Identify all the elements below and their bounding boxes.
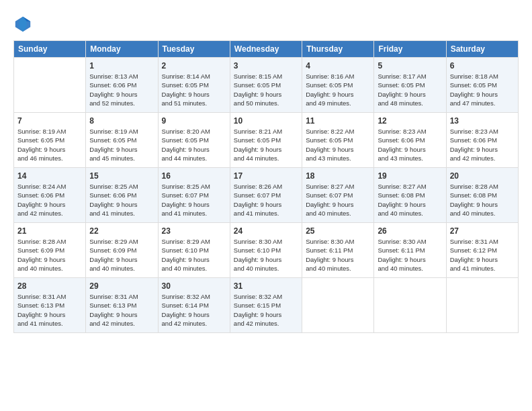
cell-info: Sunrise: 8:28 AM Sunset: 6:09 PM Dayligh… [17, 237, 82, 273]
cell-info: Sunrise: 8:18 AM Sunset: 6:05 PM Dayligh… [450, 72, 515, 107]
day-number: 12 [378, 116, 442, 126]
calendar-cell: 2Sunrise: 8:14 AM Sunset: 6:05 PM Daylig… [158, 58, 230, 113]
cell-info: Sunrise: 8:13 AM Sunset: 6:06 PM Dayligh… [89, 72, 154, 107]
cell-info: Sunrise: 8:32 AM Sunset: 6:14 PM Dayligh… [162, 292, 226, 328]
header-cell-wednesday: Wednesday [230, 41, 302, 58]
day-number: 18 [306, 171, 370, 181]
calendar-cell [302, 278, 374, 333]
day-number: 7 [17, 116, 82, 126]
calendar-cell [374, 278, 446, 333]
calendar-cell: 18Sunrise: 8:27 AM Sunset: 6:07 PM Dayli… [302, 168, 374, 223]
calendar-cell: 11Sunrise: 8:22 AM Sunset: 6:05 PM Dayli… [302, 113, 374, 168]
day-number: 9 [162, 116, 226, 126]
day-number: 28 [17, 281, 82, 291]
cell-info: Sunrise: 8:17 AM Sunset: 6:05 PM Dayligh… [378, 72, 442, 107]
week-row-4: 21Sunrise: 8:28 AM Sunset: 6:09 PM Dayli… [14, 223, 519, 278]
day-number: 29 [89, 281, 154, 291]
cell-info: Sunrise: 8:28 AM Sunset: 6:08 PM Dayligh… [450, 182, 515, 218]
logo [13, 15, 35, 34]
cell-info: Sunrise: 8:25 AM Sunset: 6:06 PM Dayligh… [89, 182, 154, 218]
cell-info: Sunrise: 8:23 AM Sunset: 6:06 PM Dayligh… [378, 127, 442, 163]
header-cell-thursday: Thursday [302, 41, 374, 58]
page: SundayMondayTuesdayWednesdayThursdayFrid… [0, 0, 532, 411]
day-number: 22 [89, 226, 154, 236]
cell-info: Sunrise: 8:27 AM Sunset: 6:08 PM Dayligh… [378, 182, 442, 218]
calendar-cell: 15Sunrise: 8:25 AM Sunset: 6:06 PM Dayli… [86, 168, 158, 223]
calendar-cell: 21Sunrise: 8:28 AM Sunset: 6:09 PM Dayli… [14, 223, 86, 278]
calendar-cell [14, 58, 86, 113]
header-cell-tuesday: Tuesday [158, 41, 230, 58]
cell-info: Sunrise: 8:16 AM Sunset: 6:05 PM Dayligh… [306, 72, 370, 107]
week-row-1: 1Sunrise: 8:13 AM Sunset: 6:06 PM Daylig… [14, 58, 519, 113]
day-number: 31 [234, 281, 298, 291]
day-number: 20 [450, 171, 515, 181]
calendar-cell: 31Sunrise: 8:32 AM Sunset: 6:15 PM Dayli… [230, 278, 302, 333]
day-number: 19 [378, 171, 442, 181]
week-row-3: 14Sunrise: 8:24 AM Sunset: 6:06 PM Dayli… [14, 168, 519, 223]
header-cell-sunday: Sunday [14, 41, 86, 58]
calendar-cell: 10Sunrise: 8:21 AM Sunset: 6:05 PM Dayli… [230, 113, 302, 168]
day-number: 27 [450, 226, 515, 236]
calendar-cell: 23Sunrise: 8:29 AM Sunset: 6:10 PM Dayli… [158, 223, 230, 278]
day-number: 13 [450, 116, 515, 126]
day-number: 2 [162, 60, 226, 71]
calendar-table: SundayMondayTuesdayWednesdayThursdayFrid… [13, 40, 519, 333]
header-cell-friday: Friday [374, 41, 446, 58]
header-cell-monday: Monday [86, 41, 158, 58]
calendar-cell: 12Sunrise: 8:23 AM Sunset: 6:06 PM Dayli… [374, 113, 446, 168]
cell-info: Sunrise: 8:31 AM Sunset: 6:13 PM Dayligh… [17, 292, 82, 328]
calendar-cell [446, 278, 518, 333]
calendar-cell: 16Sunrise: 8:25 AM Sunset: 6:07 PM Dayli… [158, 168, 230, 223]
calendar-cell: 7Sunrise: 8:19 AM Sunset: 6:05 PM Daylig… [14, 113, 86, 168]
cell-info: Sunrise: 8:27 AM Sunset: 6:07 PM Dayligh… [306, 182, 370, 218]
calendar-cell: 17Sunrise: 8:26 AM Sunset: 6:07 PM Dayli… [230, 168, 302, 223]
day-number: 24 [234, 226, 298, 236]
calendar-cell: 3Sunrise: 8:15 AM Sunset: 6:05 PM Daylig… [230, 58, 302, 113]
day-number: 11 [306, 116, 370, 126]
day-number: 4 [306, 60, 370, 71]
calendar-cell: 8Sunrise: 8:19 AM Sunset: 6:05 PM Daylig… [86, 113, 158, 168]
cell-info: Sunrise: 8:30 AM Sunset: 6:11 PM Dayligh… [306, 237, 370, 273]
cell-info: Sunrise: 8:30 AM Sunset: 6:11 PM Dayligh… [378, 237, 442, 273]
calendar-cell: 24Sunrise: 8:30 AM Sunset: 6:10 PM Dayli… [230, 223, 302, 278]
calendar-cell: 13Sunrise: 8:23 AM Sunset: 6:06 PM Dayli… [446, 113, 518, 168]
day-number: 15 [89, 171, 154, 181]
cell-info: Sunrise: 8:23 AM Sunset: 6:06 PM Dayligh… [450, 127, 515, 163]
calendar-cell: 6Sunrise: 8:18 AM Sunset: 6:05 PM Daylig… [446, 58, 518, 113]
cell-info: Sunrise: 8:14 AM Sunset: 6:05 PM Dayligh… [162, 72, 226, 107]
week-row-2: 7Sunrise: 8:19 AM Sunset: 6:05 PM Daylig… [14, 113, 519, 168]
day-number: 6 [450, 60, 515, 71]
calendar-cell: 9Sunrise: 8:20 AM Sunset: 6:05 PM Daylig… [158, 113, 230, 168]
header [13, 12, 519, 34]
cell-info: Sunrise: 8:32 AM Sunset: 6:15 PM Dayligh… [234, 292, 298, 328]
calendar-cell: 1Sunrise: 8:13 AM Sunset: 6:06 PM Daylig… [86, 58, 158, 113]
day-number: 17 [234, 171, 298, 181]
day-number: 10 [234, 116, 298, 126]
day-number: 23 [162, 226, 226, 236]
cell-info: Sunrise: 8:25 AM Sunset: 6:07 PM Dayligh… [162, 182, 226, 218]
cell-info: Sunrise: 8:26 AM Sunset: 6:07 PM Dayligh… [234, 182, 298, 218]
logo-icon [13, 15, 32, 34]
day-number: 8 [89, 116, 154, 126]
calendar-header: SundayMondayTuesdayWednesdayThursdayFrid… [14, 41, 519, 58]
cell-info: Sunrise: 8:31 AM Sunset: 6:12 PM Dayligh… [450, 237, 515, 273]
week-row-5: 28Sunrise: 8:31 AM Sunset: 6:13 PM Dayli… [14, 278, 519, 333]
calendar-cell: 20Sunrise: 8:28 AM Sunset: 6:08 PM Dayli… [446, 168, 518, 223]
cell-info: Sunrise: 8:24 AM Sunset: 6:06 PM Dayligh… [17, 182, 82, 218]
day-number: 3 [234, 60, 298, 71]
calendar-cell: 30Sunrise: 8:32 AM Sunset: 6:14 PM Dayli… [158, 278, 230, 333]
header-cell-saturday: Saturday [446, 41, 518, 58]
cell-info: Sunrise: 8:30 AM Sunset: 6:10 PM Dayligh… [234, 237, 298, 273]
calendar-cell: 27Sunrise: 8:31 AM Sunset: 6:12 PM Dayli… [446, 223, 518, 278]
day-number: 21 [17, 226, 82, 236]
day-number: 16 [162, 171, 226, 181]
cell-info: Sunrise: 8:19 AM Sunset: 6:05 PM Dayligh… [89, 127, 154, 163]
cell-info: Sunrise: 8:31 AM Sunset: 6:13 PM Dayligh… [89, 292, 154, 328]
cell-info: Sunrise: 8:29 AM Sunset: 6:10 PM Dayligh… [162, 237, 226, 273]
calendar-cell: 14Sunrise: 8:24 AM Sunset: 6:06 PM Dayli… [14, 168, 86, 223]
day-number: 5 [378, 60, 442, 71]
cell-info: Sunrise: 8:22 AM Sunset: 6:05 PM Dayligh… [306, 127, 370, 163]
calendar-cell: 25Sunrise: 8:30 AM Sunset: 6:11 PM Dayli… [302, 223, 374, 278]
calendar-body: 1Sunrise: 8:13 AM Sunset: 6:06 PM Daylig… [14, 58, 519, 333]
header-row: SundayMondayTuesdayWednesdayThursdayFrid… [14, 41, 519, 58]
